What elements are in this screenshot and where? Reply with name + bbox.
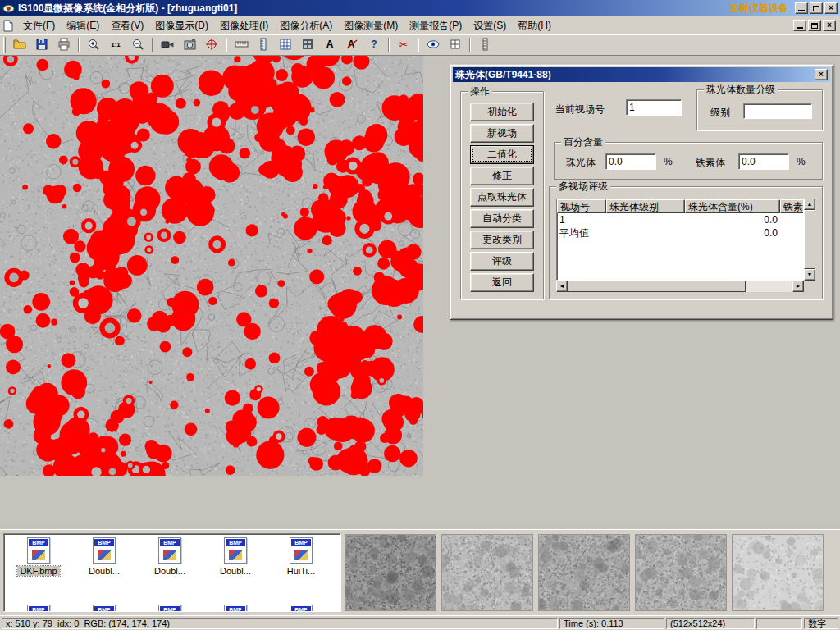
file-item[interactable]: BMP bbox=[268, 605, 334, 612]
save-button[interactable] bbox=[31, 36, 52, 54]
print-button[interactable] bbox=[53, 36, 75, 54]
ruler-v-button[interactable] bbox=[474, 36, 495, 54]
op-button-6[interactable]: 自动分类 bbox=[470, 209, 534, 228]
file-item[interactable]: BMP bbox=[203, 605, 268, 612]
bmp-thumbnail-art bbox=[229, 550, 242, 560]
file-item[interactable]: BMP bbox=[137, 605, 203, 612]
pearlite-percent-input[interactable] bbox=[605, 153, 656, 170]
svg-text:1:1: 1:1 bbox=[111, 41, 121, 48]
scroll-left-button[interactable]: ◄ bbox=[556, 281, 568, 292]
pearlite-dialog: 珠光体(GB/T9441-88) × 操作 初始化新视场二值化修正点取珠光体自动… bbox=[450, 64, 833, 320]
menu-bar: 文件(F)编辑(E)查看(V)图像显示(D)图像处理(I)图像分析(A)图像测量… bbox=[0, 16, 840, 34]
bmp-file-icon: BMP bbox=[93, 605, 116, 612]
caliper-v-button[interactable] bbox=[253, 36, 274, 54]
bmp-badge: BMP bbox=[29, 606, 48, 612]
file-item[interactable]: BMPDoubl... bbox=[71, 537, 137, 576]
op-button-1[interactable]: 初始化 bbox=[470, 103, 534, 121]
file-item[interactable]: BMPDoubl... bbox=[203, 537, 268, 576]
menu-item[interactable]: 图像显示(D) bbox=[149, 16, 214, 35]
zoom-out-button[interactable] bbox=[127, 36, 148, 54]
menu-item[interactable]: 测量报告(P) bbox=[404, 16, 468, 35]
open-button[interactable] bbox=[9, 36, 30, 54]
op-button-3[interactable]: 二值化 bbox=[470, 145, 534, 164]
eye-button[interactable] bbox=[422, 36, 444, 54]
thumbnail-image[interactable] bbox=[441, 534, 533, 611]
cut-button[interactable]: ✂ bbox=[393, 36, 414, 54]
table-cell bbox=[780, 213, 804, 226]
zoom-in-button[interactable] bbox=[83, 36, 104, 54]
ferrite-label: 铁素体 bbox=[696, 156, 725, 170]
bmp-thumbnail-art bbox=[32, 550, 45, 560]
thumbnail-image[interactable] bbox=[345, 534, 436, 611]
table-row[interactable]: 平均值0.0 bbox=[557, 226, 803, 240]
help-button[interactable]: ? bbox=[363, 36, 385, 54]
scroll-down-button[interactable]: ▼ bbox=[804, 269, 815, 281]
app-logo-icon bbox=[2, 2, 16, 14]
font-edit-button[interactable]: A bbox=[341, 36, 363, 54]
op-button-2[interactable]: 新视场 bbox=[470, 124, 534, 143]
current-field-input[interactable] bbox=[626, 99, 682, 116]
aim-button[interactable] bbox=[201, 36, 222, 54]
menu-item[interactable]: 编辑(E) bbox=[61, 16, 105, 35]
table-button[interactable] bbox=[275, 36, 296, 54]
grid-small-button[interactable] bbox=[445, 36, 466, 54]
op-button-8[interactable]: 评级 bbox=[470, 252, 534, 271]
op-button-4[interactable]: 修正 bbox=[470, 167, 534, 185]
scroll-up-button[interactable]: ▲ bbox=[804, 199, 815, 210]
mdi-minimize-button[interactable] bbox=[793, 20, 806, 31]
capture-button[interactable] bbox=[179, 36, 200, 54]
scroll-right-button[interactable]: ► bbox=[792, 281, 804, 292]
table-col-header[interactable]: 视场号 bbox=[557, 199, 606, 213]
caliper-h-icon bbox=[235, 38, 249, 53]
minimize-icon bbox=[798, 10, 805, 11]
document-icon[interactable] bbox=[2, 19, 16, 32]
table-row[interactable]: 10.0 bbox=[557, 213, 803, 226]
mdi-close-button[interactable]: × bbox=[823, 20, 836, 31]
video-button[interactable] bbox=[157, 36, 178, 54]
close-button[interactable]: × bbox=[824, 2, 838, 14]
table-horizontal-scrollbar[interactable]: ◄ ► bbox=[556, 281, 804, 292]
grid-dark-button[interactable] bbox=[297, 36, 318, 54]
menu-item[interactable]: 图像测量(M) bbox=[338, 16, 404, 35]
font-button[interactable]: A bbox=[319, 36, 340, 54]
horizontal-scroll-thumb[interactable] bbox=[568, 281, 746, 292]
vertical-scroll-thumb[interactable] bbox=[804, 210, 815, 269]
file-item[interactable]: BMPDKF.bmp bbox=[6, 537, 71, 576]
op-button-9[interactable]: 返回 bbox=[470, 273, 534, 292]
restore-button[interactable] bbox=[810, 2, 823, 14]
menu-item[interactable]: 设置(S) bbox=[468, 16, 512, 35]
table-vertical-scrollbar[interactable]: ▲ ▼ bbox=[804, 199, 815, 281]
level-input[interactable] bbox=[743, 103, 812, 119]
toolbar-separator bbox=[388, 38, 390, 52]
scroll-track[interactable] bbox=[746, 281, 792, 292]
table-col-header[interactable]: 珠光体级别 bbox=[606, 199, 685, 213]
file-item[interactable]: BMP bbox=[6, 605, 71, 612]
thumbnail-image[interactable] bbox=[538, 534, 630, 611]
menu-item[interactable]: 图像分析(A) bbox=[274, 16, 338, 35]
dialog-title-bar[interactable]: 珠光体(GB/T9441-88) × bbox=[453, 67, 830, 82]
file-item[interactable]: BMPHuiTi... bbox=[268, 537, 334, 576]
toolbar-grip[interactable] bbox=[3, 37, 6, 53]
file-list: BMPDKF.bmpBMPDoubl...BMPDoubl...BMPDoubl… bbox=[6, 537, 334, 576]
minimize-button[interactable] bbox=[795, 2, 808, 14]
menu-item[interactable]: 帮助(H) bbox=[512, 16, 557, 35]
caliper-h-button[interactable] bbox=[231, 36, 252, 54]
thumbnail-image[interactable] bbox=[635, 534, 727, 611]
dialog-close-button[interactable]: × bbox=[815, 69, 828, 80]
op-button-5[interactable]: 点取珠光体 bbox=[470, 188, 534, 207]
file-item[interactable]: BMPDoubl... bbox=[137, 537, 203, 576]
metallographic-image[interactable] bbox=[0, 56, 423, 476]
menu-item[interactable]: 图像处理(I) bbox=[214, 16, 274, 35]
table-col-header[interactable]: 珠光体含量(%) bbox=[685, 199, 780, 213]
actual-size-button[interactable]: 1:1 bbox=[105, 36, 126, 54]
table-col-header[interactable]: 铁素体 bbox=[780, 199, 804, 213]
thumbnail-image[interactable] bbox=[732, 534, 824, 611]
ferrite-percent-input[interactable] bbox=[738, 153, 789, 170]
op-button-7[interactable]: 更改类别 bbox=[470, 231, 534, 249]
menu-item[interactable]: 查看(V) bbox=[105, 16, 149, 35]
mdi-restore-button[interactable] bbox=[808, 20, 821, 31]
grading-group: 珠光体数量分级 级别 bbox=[696, 89, 823, 130]
file-item[interactable]: BMP bbox=[71, 605, 137, 612]
grid-small-icon bbox=[449, 38, 463, 53]
menu-item[interactable]: 文件(F) bbox=[17, 16, 61, 35]
